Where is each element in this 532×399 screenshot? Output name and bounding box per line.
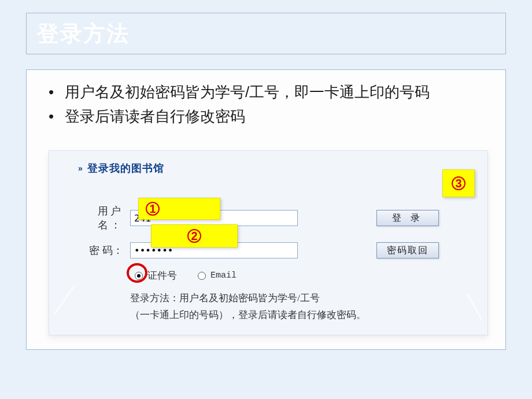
username-label: 用户名：: [78, 204, 130, 232]
slide-content-box: 用户名及初始密码皆为学号/工号，即一卡通上印的号码 登录后请读者自行修改密码 »…: [26, 69, 506, 350]
radio-email-circle[interactable]: [198, 272, 206, 280]
bullet-item-1: 用户名及初始密码皆为学号/工号，即一卡通上印的号码: [43, 80, 489, 105]
login-header: » 登录我的图书馆: [78, 161, 474, 175]
help-line-2: （一卡通上印的号码），登录后请读者自行修改密码。: [130, 307, 419, 324]
help-line-1: 登录方法：用户名及初始密码皆为学号/工号: [130, 290, 419, 307]
radio-id-item[interactable]: 证件号: [135, 269, 177, 282]
login-title: 登录我的图书馆: [87, 161, 164, 175]
username-row: 用户名： 241 登 录: [78, 204, 474, 232]
help-text: 登录方法：用户名及初始密码皆为学号/工号 （一卡通上印的号码），登录后请读者自行…: [130, 290, 419, 324]
arrow-icon: »: [78, 164, 83, 173]
username-input[interactable]: 241: [130, 210, 298, 226]
password-input[interactable]: •••••••: [130, 242, 298, 258]
bullet-list: 用户名及初始密码皆为学号/工号，即一卡通上印的号码 登录后请读者自行修改密码: [43, 80, 489, 128]
radio-email-item[interactable]: Email: [198, 271, 237, 280]
bullet-item-2: 登录后请读者自行修改密码: [43, 105, 489, 129]
password-label: 密 码：: [78, 243, 130, 257]
slide-title-box: 登录方法: [26, 13, 506, 54]
decorative-line-left: [54, 285, 75, 313]
login-button[interactable]: 登 录: [376, 210, 439, 226]
radio-row: 证件号 Email: [135, 269, 474, 282]
decorative-line-right: [467, 294, 482, 319]
password-row: 密 码： ••••••• 密码取回: [78, 242, 474, 258]
radio-id-circle[interactable]: [135, 272, 143, 280]
login-panel: » 登录我的图书馆 用户名： 241 登 录 密 码： ••••••• 密码取回…: [49, 150, 488, 335]
slide-title: 登录方法: [37, 19, 130, 49]
radio-email-label: Email: [210, 271, 237, 280]
radio-id-label: 证件号: [147, 269, 177, 282]
recover-password-button[interactable]: 密码取回: [376, 242, 439, 258]
